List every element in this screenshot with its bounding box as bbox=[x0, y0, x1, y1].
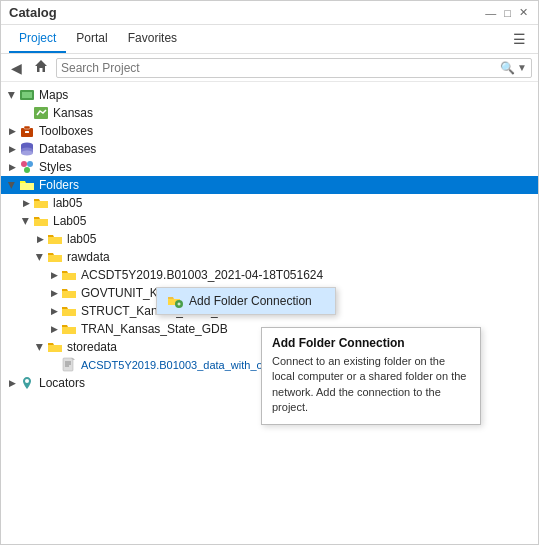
tree-item-styles[interactable]: ▶ Styles bbox=[1, 158, 538, 176]
acsdt-csv-file-icon bbox=[61, 357, 77, 373]
catalog-panel: Catalog ― □ ✕ Project Portal Favorites ☰… bbox=[0, 0, 539, 545]
expand-arrow-locators: ▶ bbox=[5, 378, 19, 388]
lab05-sub-label: lab05 bbox=[67, 232, 534, 246]
svg-rect-2 bbox=[22, 92, 32, 98]
tree-item-kansas[interactable]: ▶ Kansas bbox=[1, 104, 538, 122]
svg-point-20 bbox=[25, 379, 29, 383]
search-dropdown-icon[interactable]: ▼ bbox=[515, 62, 527, 73]
tabs-bar: Project Portal Favorites ☰ bbox=[1, 25, 538, 54]
svg-rect-23 bbox=[179, 303, 180, 306]
acsdt-raw-label: ACSDT5Y2019.B01003_2021-04-18T051624 bbox=[81, 268, 534, 282]
Lab05-label: Lab05 bbox=[53, 214, 534, 228]
tree-item-acsdt-raw[interactable]: ▶ ACSDT5Y2019.B01003_2021-04-18T051624 bbox=[1, 266, 538, 284]
tooltip-description: Connect to an existing folder on the loc… bbox=[272, 354, 470, 416]
expand-arrow-tran: ▶ bbox=[47, 324, 61, 334]
databases-label: Databases bbox=[39, 142, 534, 156]
kansas-label: Kansas bbox=[53, 106, 534, 120]
context-menu: Add Folder Connection bbox=[156, 287, 336, 315]
expand-arrow-folders: ▶ bbox=[7, 178, 17, 192]
tree-item-rawdata[interactable]: ▶ rawdata bbox=[1, 248, 538, 266]
govtunit-folder-icon bbox=[61, 285, 77, 301]
tab-project[interactable]: Project bbox=[9, 25, 66, 53]
expand-arrow-rawdata: ▶ bbox=[35, 250, 45, 264]
databases-icon bbox=[19, 141, 35, 157]
expand-arrow-govtunit: ▶ bbox=[47, 288, 61, 298]
svg-rect-5 bbox=[24, 126, 30, 129]
panel-title: Catalog bbox=[9, 5, 57, 20]
title-bar-left: Catalog bbox=[9, 5, 57, 20]
folders-icon bbox=[19, 177, 35, 193]
tree-item-lab05-sub[interactable]: ▶ lab05 bbox=[1, 230, 538, 248]
toolbar-bar: ◀ 🔍 ▼ bbox=[1, 54, 538, 82]
back-button[interactable]: ◀ bbox=[7, 58, 26, 78]
home-button[interactable] bbox=[30, 57, 52, 78]
tree-item-folders[interactable]: ▶ Folders bbox=[1, 176, 538, 194]
float-icon[interactable]: □ bbox=[502, 7, 513, 19]
maps-label: Maps bbox=[39, 88, 534, 102]
tab-favorites[interactable]: Favorites bbox=[118, 25, 187, 53]
svg-marker-0 bbox=[35, 60, 47, 72]
svg-point-12 bbox=[21, 161, 27, 167]
search-input[interactable] bbox=[61, 61, 500, 75]
lab05-top-label: lab05 bbox=[53, 196, 534, 210]
folders-label: Folders bbox=[39, 178, 534, 192]
rawdata-label: rawdata bbox=[67, 250, 534, 264]
home-icon bbox=[34, 59, 48, 73]
svg-rect-6 bbox=[25, 131, 29, 133]
svg-point-13 bbox=[27, 161, 33, 167]
expand-arrow-toolboxes: ▶ bbox=[5, 126, 19, 136]
storedata-folder-icon bbox=[47, 339, 63, 355]
expand-arrow-Lab05: ▶ bbox=[21, 214, 31, 228]
tran-folder-icon bbox=[61, 321, 77, 337]
rawdata-folder-icon bbox=[47, 249, 63, 265]
expand-arrow-lab05-sub: ▶ bbox=[33, 234, 47, 244]
expand-arrow-styles: ▶ bbox=[5, 162, 19, 172]
close-icon[interactable]: ✕ bbox=[517, 6, 530, 19]
svg-point-14 bbox=[24, 167, 30, 173]
maps-icon bbox=[19, 87, 35, 103]
acsdt-raw-folder-icon bbox=[61, 267, 77, 283]
tree-item-toolboxes[interactable]: ▶ Toolboxes bbox=[1, 122, 538, 140]
toolboxes-icon bbox=[19, 123, 35, 139]
kansas-map-icon bbox=[33, 105, 49, 121]
expand-arrow-struct: ▶ bbox=[47, 306, 61, 316]
tab-portal[interactable]: Portal bbox=[66, 25, 117, 53]
svg-rect-3 bbox=[34, 107, 48, 119]
tree-item-lab05-top[interactable]: ▶ lab05 bbox=[1, 194, 538, 212]
toolboxes-label: Toolboxes bbox=[39, 124, 534, 138]
context-menu-add-folder-label: Add Folder Connection bbox=[189, 294, 312, 308]
pin-icon[interactable]: ― bbox=[483, 7, 498, 19]
lab05-top-folder-icon bbox=[33, 195, 49, 211]
search-icon: 🔍 bbox=[500, 61, 515, 75]
svg-point-11 bbox=[21, 151, 33, 156]
tree-item-Lab05[interactable]: ▶ Lab05 bbox=[1, 212, 538, 230]
context-menu-add-folder[interactable]: Add Folder Connection bbox=[157, 288, 335, 314]
tooltip-title: Add Folder Connection bbox=[272, 336, 470, 350]
locators-icon bbox=[19, 375, 35, 391]
title-bar: Catalog ― □ ✕ bbox=[1, 1, 538, 25]
tree-container[interactable]: ▶ Maps ▶ Kansas ▶ bbox=[1, 82, 538, 544]
search-box: 🔍 ▼ bbox=[56, 58, 532, 78]
tabs-left: Project Portal Favorites bbox=[9, 25, 187, 53]
struct-folder-icon bbox=[61, 303, 77, 319]
expand-arrow-storedata: ▶ bbox=[35, 340, 45, 354]
lab05-sub-folder-icon bbox=[47, 231, 63, 247]
expand-arrow-acsdt-raw: ▶ bbox=[47, 270, 61, 280]
expand-arrow-maps: ▶ bbox=[7, 88, 17, 102]
hamburger-icon[interactable]: ☰ bbox=[509, 27, 530, 51]
add-folder-connection-icon bbox=[167, 293, 183, 309]
expand-arrow-databases: ▶ bbox=[5, 144, 19, 154]
expand-arrow-lab05-top: ▶ bbox=[19, 198, 33, 208]
Lab05-folder-icon bbox=[33, 213, 49, 229]
tooltip-box: Add Folder Connection Connect to an exis… bbox=[261, 327, 481, 425]
styles-label: Styles bbox=[39, 160, 534, 174]
tree-item-databases[interactable]: ▶ Databases bbox=[1, 140, 538, 158]
tree-item-maps[interactable]: ▶ Maps bbox=[1, 86, 538, 104]
styles-icon bbox=[19, 159, 35, 175]
title-bar-controls: ― □ ✕ bbox=[483, 6, 530, 19]
